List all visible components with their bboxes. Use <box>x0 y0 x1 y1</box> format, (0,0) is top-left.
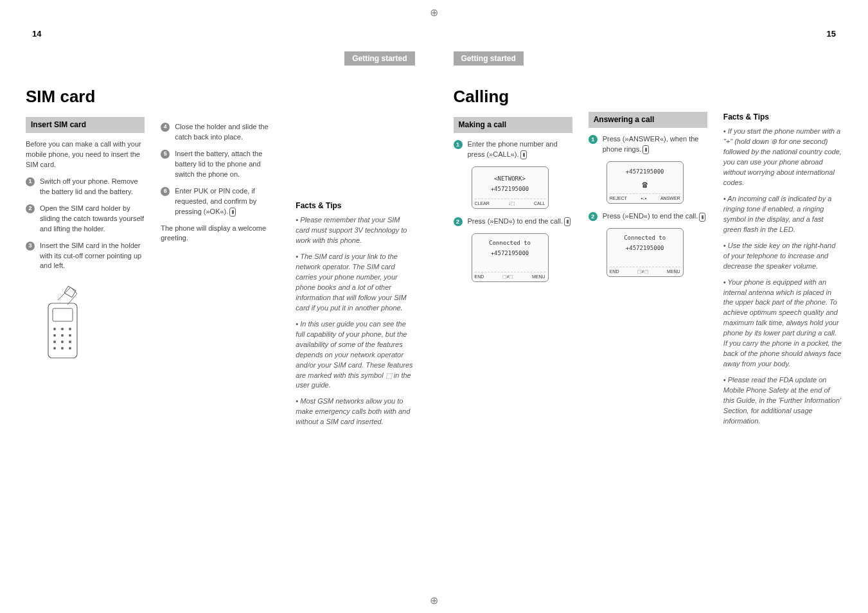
header-label-right: Getting started <box>454 51 524 66</box>
bullet-1: 1 <box>26 177 35 186</box>
page-number-right: 15 <box>827 29 836 39</box>
section-making-call: Making a call <box>454 117 572 133</box>
ringing-icon: ☎ <box>610 178 680 191</box>
fact-l-3: • In this user guide you can see the ful… <box>296 319 414 391</box>
bullet-6: 6 <box>161 187 170 196</box>
end-key-icon-2 <box>699 213 705 222</box>
step-4: 4 Close the holder and slide the catch b… <box>161 122 279 143</box>
fact-r-1: • If you start the phone number with a "… <box>723 127 842 188</box>
fact-l-4: • Most GSM networks allow you to make em… <box>296 396 414 427</box>
welcome-para: The phone will display a welcome greetin… <box>161 224 279 244</box>
svg-point-5 <box>69 328 71 330</box>
spread: 14 Getting started SIM card Insert SIM c… <box>0 0 868 613</box>
title-calling: Calling <box>454 85 572 109</box>
ok-key-icon <box>229 208 236 217</box>
svg-point-7 <box>61 334 64 337</box>
step-3-text: Insert the SIM card in the holder with i… <box>40 241 145 272</box>
svg-point-10 <box>61 341 64 343</box>
bullet-5: 5 <box>161 150 170 159</box>
making-step-2-text: Press (»END«) to end the call. <box>468 217 572 227</box>
left-col-3: Facts & Tips • Please remember that your… <box>296 85 414 433</box>
facts-left: • Please remember that your SIM card mus… <box>296 215 414 427</box>
bullet-m1: 1 <box>454 140 463 149</box>
answering-step-2: 2 Press (»END«) to end the call. <box>589 211 707 222</box>
right-col-3: Facts & Tips • If you start the phone nu… <box>723 85 842 432</box>
step-5-text: Insert the battery, attach the battery l… <box>175 149 279 180</box>
right-col-2: Answering a call 1 Press (»ANSWER«), whe… <box>589 85 707 432</box>
svg-point-14 <box>69 347 71 350</box>
answer-key-icon <box>642 145 649 154</box>
step-2-text: Open the SIM card holder by sliding the … <box>40 204 145 235</box>
bullet-a1: 1 <box>589 135 598 144</box>
answering-step-1-text: Press (»ANSWER«), when the phone rings. <box>603 134 707 155</box>
fact-r-4: • Your phone is equipped with an interna… <box>723 278 842 369</box>
facts-right: • If you start the phone number with a "… <box>723 127 842 426</box>
header-label-left: Getting started <box>344 51 414 66</box>
fact-l-1: • Please remember that your SIM card mus… <box>296 215 414 246</box>
phone-illustration <box>39 284 90 361</box>
end-key-icon <box>564 217 571 226</box>
answering-step-1: 1 Press (»ANSWER«), when the phone rings… <box>589 134 707 155</box>
svg-point-8 <box>69 334 71 337</box>
facts-title-right: Facts & Tips <box>723 112 842 123</box>
header-bar-right: Getting started <box>454 51 843 66</box>
svg-point-12 <box>53 347 56 350</box>
page-left: 14 Getting started SIM card Insert SIM c… <box>0 0 434 613</box>
bullet-2: 2 <box>26 204 35 213</box>
page-right: 15 Getting started Calling Making a call… <box>434 0 869 613</box>
making-step-2: 2 Press (»END«) to end the call. <box>454 217 572 227</box>
bullet-m2: 2 <box>454 217 463 226</box>
page-number-left: 14 <box>32 29 41 39</box>
left-col-2: 4 Close the holder and slide the catch b… <box>161 85 279 433</box>
step-6: 6 Enter PUK or PIN code, if requested, a… <box>161 186 279 217</box>
step-1-text: Switch off your phone. Remove the batter… <box>40 177 145 197</box>
right-col-1: Calling Making a call 1 Enter the phone … <box>454 85 572 432</box>
svg-point-6 <box>53 334 56 337</box>
left-col-1: SIM card Insert SIM card Before you can … <box>26 85 145 433</box>
fact-r-3: • Use the side key on the right-hand of … <box>723 241 842 272</box>
fact-r-2: • An incoming call is indicated by a rin… <box>723 194 842 235</box>
svg-point-9 <box>53 341 56 343</box>
title-sim-card: SIM card <box>26 85 145 109</box>
svg-point-3 <box>53 328 56 330</box>
svg-rect-1 <box>53 308 73 321</box>
step-3: 3 Insert the SIM card in the holder with… <box>26 241 145 272</box>
step-2: 2 Open the SIM card holder by sliding th… <box>26 204 145 235</box>
intro-para: Before you can make a call with your mob… <box>26 139 145 170</box>
answering-step-2-text: Press (»END«) to end the call. <box>603 211 707 222</box>
fact-l-2: • The SIM card is your link to the netwo… <box>296 252 414 314</box>
bullet-4: 4 <box>161 123 170 132</box>
bullet-a2: 2 <box>589 212 598 221</box>
call-key-icon <box>520 150 527 159</box>
screen-connected-2: Connected to +4572195000 END ⬚≠⬚ MENU <box>607 228 684 277</box>
screen-connected-1: Connected to +4572195000 END ⬚≠⬚ MENU <box>472 233 549 282</box>
step-5: 5 Insert the battery, attach the battery… <box>161 149 279 180</box>
bullet-3: 3 <box>26 242 35 251</box>
step-1: 1 Switch off your phone. Remove the batt… <box>26 177 145 197</box>
screen-incoming: +4572195000 ☎ REJECT •↓• ANSWER <box>607 161 684 204</box>
svg-point-13 <box>61 347 64 350</box>
section-answering-call: Answering a call <box>589 112 707 128</box>
step-4-text: Close the holder and slide the catch bac… <box>175 122 279 143</box>
fact-r-5: • Please read the FDA update on Mobile P… <box>723 375 842 427</box>
making-step-1: 1 Enter the phone number and press (»CAL… <box>454 139 572 160</box>
making-step-1-text: Enter the phone number and press (»CALL«… <box>468 139 572 160</box>
svg-point-11 <box>69 341 71 343</box>
facts-title-left: Facts & Tips <box>296 200 414 211</box>
section-insert-sim: Insert SIM card <box>26 117 145 133</box>
svg-point-4 <box>61 328 64 330</box>
screen-network: <NETWORK> +4572195000 CLEAR ↓⬚ CALL <box>472 166 549 209</box>
header-bar-left: Getting started <box>26 51 415 66</box>
step-6-text: Enter PUK or PIN code, if requested, and… <box>175 186 279 217</box>
